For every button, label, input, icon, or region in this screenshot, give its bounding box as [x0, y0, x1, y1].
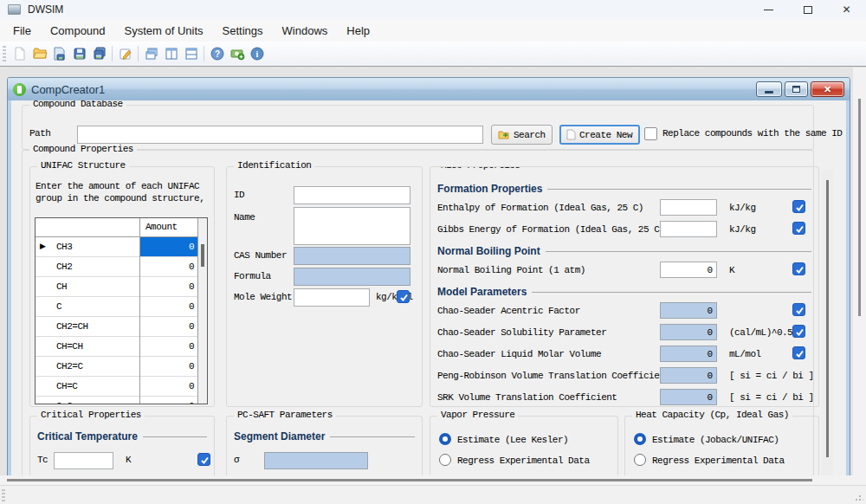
help-button[interactable]: ? — [207, 44, 227, 63]
heat-capacity-legend: Heat Capacity (Cp, Ideal Gas) — [632, 410, 792, 420]
save-as-button[interactable] — [49, 44, 69, 63]
properties-scrollbar-thumb[interactable] — [826, 180, 829, 457]
child-restore-icon — [792, 86, 800, 93]
id-input[interactable] — [294, 186, 410, 204]
mdi-vertical-scrollbar-thumb[interactable] — [858, 99, 861, 316]
properties-scrollbar[interactable] — [821, 170, 833, 481]
segment-diameter-header: Segment Diameter — [234, 430, 325, 443]
child-minimize-button[interactable] — [756, 81, 782, 97]
unifac-table-row[interactable]: C0 — [36, 297, 207, 317]
unifac-amount-cell[interactable]: 0 — [140, 317, 199, 336]
save-button[interactable] — [69, 44, 89, 63]
menu-item-system-of-units[interactable]: System of Units — [115, 21, 213, 41]
table-scrollbar[interactable] — [197, 218, 207, 404]
minimize-button[interactable] — [749, 0, 788, 19]
new-document-button[interactable] — [10, 44, 29, 63]
mdi-horizontal-scrollbar-thumb[interactable] — [7, 479, 812, 481]
vapor-pressure-radio[interactable] — [439, 433, 451, 445]
compcreator-titlebar[interactable]: CompCreator1 ✕ — [8, 78, 850, 100]
misc-property-unit: K — [729, 265, 734, 275]
menu-item-file[interactable]: File — [3, 21, 41, 41]
misc-property-checkbox[interactable] — [792, 325, 805, 338]
new-document-icon — [12, 46, 28, 61]
tile-horizontal-button[interactable] — [181, 44, 201, 63]
tc-checkbox[interactable] — [197, 453, 210, 466]
misc-property-checkbox[interactable] — [792, 303, 805, 316]
vapor-pressure-radio-label: Regress Experimental Data — [457, 456, 590, 466]
search-button[interactable]: Search — [491, 125, 553, 145]
menu-item-settings[interactable]: Settings — [213, 21, 273, 41]
unifac-table-row[interactable]: ▶CH30 — [36, 237, 207, 257]
compcreator-window: CompCreator1 ✕ Compound Database Path Se… — [7, 77, 850, 485]
resize-grip[interactable] — [855, 493, 863, 501]
unifac-amount-cell[interactable]: 0 — [140, 357, 199, 376]
misc-property-input[interactable] — [660, 262, 717, 278]
vapor-pressure-radio-label: Estimate (Lee Kesler) — [457, 435, 568, 445]
unifac-table-row[interactable]: CH2=CH0 — [36, 317, 207, 337]
table-scrollbar-thumb[interactable] — [201, 244, 204, 267]
maximize-button[interactable] — [788, 0, 827, 19]
unifac-amount-cell[interactable]: 0 — [140, 237, 199, 256]
misc-property-input[interactable] — [660, 221, 717, 237]
vapor-pressure-radio[interactable] — [439, 454, 451, 466]
heat-capacity-group: Heat Capacity (Cp, Ideal Gas) Estimate (… — [624, 416, 819, 485]
heat-capacity-radio[interactable] — [634, 454, 646, 466]
mole-weight-checkbox[interactable] — [397, 290, 410, 303]
heat-capacity-radio[interactable] — [634, 433, 646, 445]
about-button[interactable]: i — [247, 44, 267, 63]
identification-group: Identification ID Name CAS Number Formul… — [226, 166, 423, 407]
misc-property-input[interactable] — [660, 199, 717, 216]
search-folder-icon — [498, 129, 510, 140]
replace-compounds-label: Replace compounds with the same ID — [662, 128, 842, 139]
unifac-amount-cell[interactable]: 0 — [140, 297, 199, 316]
child-minimize-icon — [765, 91, 773, 94]
misc-section-header-label: Model Parameters — [437, 286, 527, 298]
unifac-group-name: CH — [56, 281, 67, 292]
statusbar — [0, 485, 866, 504]
unifac-table-row[interactable]: CH0 — [36, 277, 207, 297]
toolbar-grip[interactable] — [3, 46, 6, 61]
unifac-amount-cell[interactable]: 0 — [140, 337, 199, 356]
tc-input[interactable] — [54, 452, 113, 469]
unifac-amount-cell[interactable]: 0 — [140, 377, 199, 396]
unifac-table-row[interactable]: CH=C0 — [36, 377, 207, 397]
unifac-amount-cell[interactable]: 0 — [140, 277, 199, 296]
menu-item-help[interactable]: Help — [337, 21, 379, 41]
misc-property-input — [660, 324, 717, 340]
close-button[interactable]: ✕ — [827, 0, 866, 19]
open-folder-button[interactable] — [29, 44, 49, 63]
unifac-table-row[interactable]: C=C0 — [36, 397, 207, 404]
edit-notes-button[interactable] — [115, 44, 135, 63]
unifac-table-row[interactable]: CH20 — [36, 257, 207, 277]
misc-property-checkbox[interactable] — [792, 200, 805, 213]
name-input[interactable] — [294, 207, 410, 245]
misc-property-checkbox[interactable] — [792, 262, 805, 275]
cascade-windows-button[interactable] — [141, 44, 161, 63]
open-folder-icon — [32, 46, 48, 61]
misc-section-header: Model Parameters — [430, 282, 818, 301]
mdi-area: CompCreator1 ✕ Compound Database Path Se… — [0, 66, 866, 485]
menu-item-windows[interactable]: Windows — [273, 21, 338, 41]
mdi-vertical-scrollbar[interactable] — [853, 68, 866, 475]
menu-item-compound[interactable]: Compound — [41, 21, 115, 41]
unifac-table-row[interactable]: CH2=C0 — [36, 357, 207, 377]
unifac-amount-cell[interactable]: 0 — [140, 397, 199, 404]
misc-property-input — [660, 302, 717, 319]
donate-button[interactable] — [227, 44, 247, 63]
unifac-amount-cell[interactable]: 0 — [140, 257, 199, 276]
path-input[interactable] — [77, 126, 483, 144]
tile-vertical-button[interactable] — [161, 44, 181, 63]
misc-property-checkbox[interactable] — [792, 346, 805, 359]
misc-property-checkbox[interactable] — [792, 222, 805, 235]
misc-property-row: Normal Boiling Point (1 atm)K — [430, 261, 818, 282]
mdi-horizontal-scrollbar[interactable] — [0, 475, 866, 485]
tc-unit: K — [126, 455, 131, 465]
mole-weight-input[interactable] — [294, 288, 370, 307]
child-restore-button[interactable] — [785, 81, 808, 97]
save-all-button[interactable] — [89, 44, 109, 63]
save-icon — [72, 46, 87, 61]
unifac-table-row[interactable]: CH=CH0 — [36, 337, 207, 357]
replace-compounds-checkbox[interactable] — [644, 127, 657, 140]
child-close-button[interactable]: ✕ — [811, 81, 844, 97]
create-new-button[interactable]: Create New — [559, 125, 640, 145]
